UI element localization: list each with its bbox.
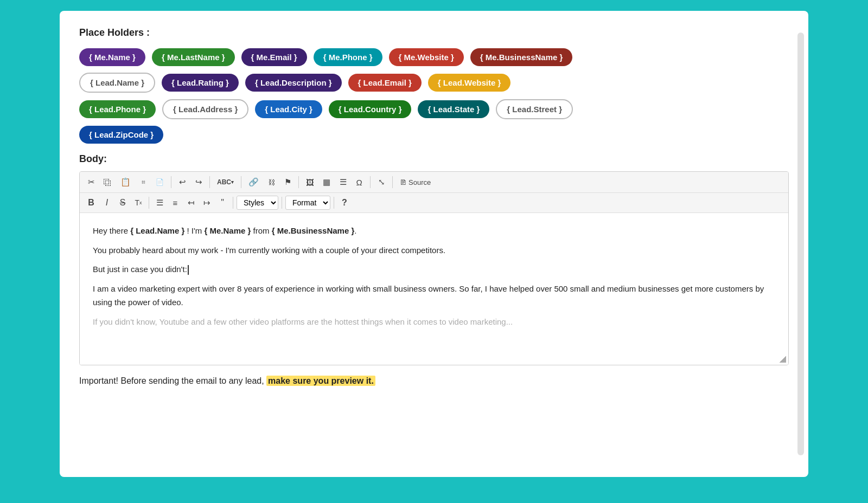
badge-leadwebsite[interactable]: { Lead.Website } xyxy=(428,74,510,92)
badge-leademail[interactable]: { Lead.Email } xyxy=(348,74,422,92)
remove-format-button[interactable]: Tx xyxy=(131,196,145,210)
help-button[interactable]: ? xyxy=(337,196,352,210)
placeholder-row-3: { Lead.Phone }{ Lead.Address }{ Lead.Cit… xyxy=(79,99,789,119)
spell-check-button[interactable]: ABC▾ xyxy=(214,175,237,189)
link-button[interactable]: 🔗 xyxy=(245,175,262,189)
divider7 xyxy=(149,197,149,209)
badge-leadzipcode[interactable]: { Lead.ZipCode } xyxy=(79,126,163,144)
line1-mid2: from xyxy=(251,226,271,235)
editor-line4-text: I am a video marketing expert with over … xyxy=(93,282,775,309)
badge-leadstreet[interactable]: { Lead.Street } xyxy=(496,99,573,119)
badge-leadcity[interactable]: { Lead.City } xyxy=(255,100,322,118)
placeholder-row-2: { Lead.Name }{ Lead.Rating }{ Lead.Descr… xyxy=(79,73,789,93)
placeholders-label: Place Holders : xyxy=(79,27,789,38)
badge-leadcountry[interactable]: { Lead.Country } xyxy=(329,100,412,118)
editor-wrapper: ✂ ⿻ 📋 ⌗ 📄 ↩ ↪ ABC▾ 🔗 ⛓ ⚑ 🖼 ▦ ☰ Ω xyxy=(79,171,789,365)
hr-button[interactable]: ☰ xyxy=(336,175,350,189)
paste-word-button[interactable]: 📄 xyxy=(152,175,167,189)
line3-text: But just in case you didn't: xyxy=(93,265,187,274)
badge-mebusinessname[interactable]: { Me.BusinessName } xyxy=(470,48,573,66)
table-button[interactable]: ▦ xyxy=(320,175,334,189)
outdent-button[interactable]: ↤ xyxy=(184,196,198,210)
cut-button[interactable]: ✂ xyxy=(84,175,98,189)
important-note-highlight: make sure you preview it. xyxy=(266,376,375,386)
blockquote-button[interactable]: " xyxy=(215,196,229,210)
undo-button[interactable]: ↩ xyxy=(175,175,189,189)
paste-text-button[interactable]: ⌗ xyxy=(136,175,150,189)
divider4 xyxy=(298,176,299,188)
badge-leadaddress[interactable]: { Lead.Address } xyxy=(162,99,248,119)
badge-leadname[interactable]: { Lead.Name } xyxy=(79,73,155,93)
special-chars-button[interactable]: Ω xyxy=(352,175,366,189)
badge-leaddescription[interactable]: { Lead.Description } xyxy=(245,74,342,92)
image-button[interactable]: 🖼 xyxy=(303,175,317,189)
editor-line2-text: You probably heard about my work - I'm c… xyxy=(93,243,775,257)
divider10 xyxy=(334,197,334,209)
italic-button[interactable]: I xyxy=(100,196,114,210)
line1-suffix: . xyxy=(354,226,356,235)
editor-line5-text: If you didn't know, Youtube and a few ot… xyxy=(93,315,775,327)
redo-button[interactable]: ↪ xyxy=(192,175,206,189)
placeholder-row-4: { Lead.ZipCode } xyxy=(79,126,789,144)
toolbar-row1: ✂ ⿻ 📋 ⌗ 📄 ↩ ↪ ABC▾ 🔗 ⛓ ⚑ 🖼 ▦ ☰ Ω xyxy=(80,172,788,193)
placeholder-rows: { Me.Name }{ Me.LastName }{ Me.Email }{ … xyxy=(79,48,789,144)
divider8 xyxy=(233,197,233,209)
toolbar-row2: B I S Tx ☰ ≡ ↤ ↦ " Styles Format ? xyxy=(80,193,788,213)
line1-token3: { Me.BusinessName } xyxy=(272,226,355,235)
badge-leadrating[interactable]: { Lead.Rating } xyxy=(162,74,239,92)
strikethrough-button[interactable]: S xyxy=(116,196,130,210)
text-cursor xyxy=(188,265,189,275)
important-note: Important! Before sending the email to a… xyxy=(79,376,789,386)
source-button[interactable]: 🖹 Source xyxy=(397,175,434,189)
line1-token1: { Lead.Name } xyxy=(130,226,184,235)
line1-prefix: Hey there xyxy=(93,226,130,235)
format-select[interactable]: Format xyxy=(285,196,330,210)
indent-button[interactable]: ↦ xyxy=(200,196,214,210)
badge-meemail[interactable]: { Me.Email } xyxy=(241,48,307,66)
body-section: Body: ✂ ⿻ 📋 ⌗ 📄 ↩ ↪ ABC▾ 🔗 ⛓ ⚑ 🖼 ▦ xyxy=(79,153,789,365)
paste-button[interactable]: 📋 xyxy=(117,175,134,189)
badge-leadphone[interactable]: { Lead.Phone } xyxy=(79,100,156,118)
line1-mid: ! I'm xyxy=(184,226,204,235)
divider3 xyxy=(241,176,241,188)
body-label: Body: xyxy=(79,153,789,165)
copy-button[interactable]: ⿻ xyxy=(100,175,115,189)
anchor-button[interactable]: ⚑ xyxy=(280,175,295,189)
divider6 xyxy=(392,176,393,188)
badge-melastname[interactable]: { Me.LastName } xyxy=(152,48,235,66)
styles-select[interactable]: Styles xyxy=(237,196,278,210)
divider9 xyxy=(282,197,282,209)
unordered-list-button[interactable]: ≡ xyxy=(168,196,182,210)
badge-mename[interactable]: { Me.Name } xyxy=(79,48,145,66)
line1-token2: { Me.Name } xyxy=(204,226,251,235)
maximize-button[interactable]: ⤡ xyxy=(374,175,388,189)
divider1 xyxy=(171,176,171,188)
badge-mephone[interactable]: { Me.Phone } xyxy=(314,48,382,66)
unlink-button[interactable]: ⛓ xyxy=(264,175,278,189)
editor-line3-text: But just in case you didn't: xyxy=(93,262,775,276)
badge-mewebsite[interactable]: { Me.Website } xyxy=(389,48,464,66)
placeholder-row-1: { Me.Name }{ Me.LastName }{ Me.Email }{ … xyxy=(79,48,789,66)
source-label: Source xyxy=(409,178,431,186)
editor-line1: Hey there { Lead.Name } ! I'm { Me.Name … xyxy=(93,224,775,238)
divider5 xyxy=(370,176,371,188)
divider2 xyxy=(209,176,210,188)
badge-leadstate[interactable]: { Lead.State } xyxy=(418,100,489,118)
bold-button[interactable]: B xyxy=(84,196,98,210)
main-card: Place Holders : { Me.Name }{ Me.LastName… xyxy=(60,11,808,477)
editor-resize-handle[interactable] xyxy=(780,356,786,363)
editor-content[interactable]: Hey there { Lead.Name } ! I'm { Me.Name … xyxy=(80,213,788,365)
important-note-prefix: Important! Before sending the email to a… xyxy=(79,376,266,385)
ordered-list-button[interactable]: ☰ xyxy=(152,196,167,210)
